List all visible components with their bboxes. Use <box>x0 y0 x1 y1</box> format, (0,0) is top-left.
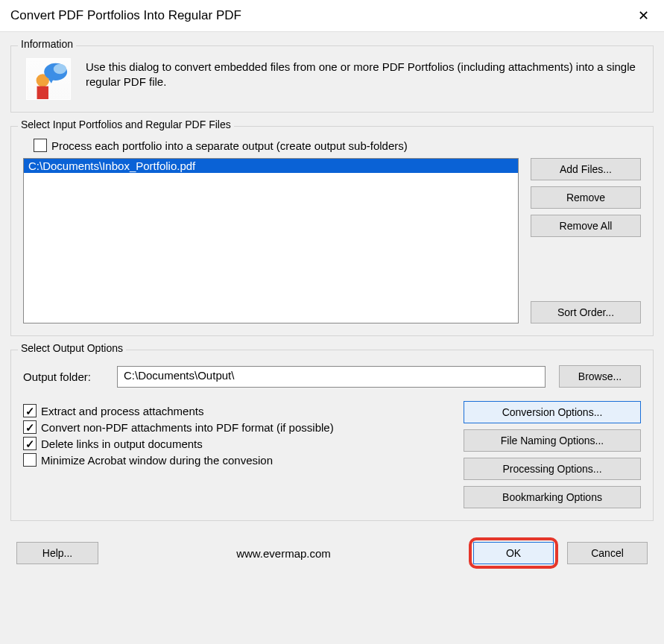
information-group: Information Use this dialog to convert e… <box>10 45 654 113</box>
input-legend: Select Input Portfolios and Regular PDF … <box>18 119 234 130</box>
cancel-button[interactable]: Cancel <box>567 542 648 564</box>
info-icon <box>26 58 71 100</box>
extract-attachments-row[interactable]: Extract and process attachments <box>23 404 446 417</box>
svg-point-3 <box>54 64 66 75</box>
file-naming-options-button[interactable]: File Naming Options... <box>464 429 641 452</box>
close-icon[interactable]: ✕ <box>633 6 654 25</box>
content: Information Use this dialog to convert e… <box>0 31 664 644</box>
process-separate-label: Process each portfolio into a separate o… <box>51 139 408 152</box>
output-options-group: Select Output Options Output folder: C:\… <box>10 350 654 521</box>
minimize-acrobat-checkbox[interactable] <box>23 453 37 467</box>
bookmarking-options-button[interactable]: Bookmarking Options <box>464 486 641 508</box>
convert-nonpdf-label: Convert non-PDF attachments into PDF for… <box>41 421 334 434</box>
browse-button[interactable]: Browse... <box>559 365 641 388</box>
information-legend: Information <box>18 38 76 50</box>
process-separate-checkbox[interactable] <box>34 139 47 152</box>
titlebar: Convert PDF Portfolios Into Regular PDF … <box>0 0 664 31</box>
processing-options-button[interactable]: Processing Options... <box>464 458 641 480</box>
add-files-button[interactable]: Add Files... <box>531 158 641 180</box>
ok-button[interactable]: OK <box>473 542 554 564</box>
delete-links-label: Delete links in output documents <box>41 438 203 450</box>
sort-order-button[interactable]: Sort Order... <box>531 301 641 323</box>
svg-rect-1 <box>37 86 48 99</box>
conversion-options-button[interactable]: Conversion Options... <box>464 401 641 423</box>
convert-nonpdf-checkbox[interactable] <box>23 420 37 434</box>
extract-attachments-checkbox[interactable] <box>23 404 37 417</box>
list-item[interactable]: C:\Documents\Inbox_Portfolio.pdf <box>24 159 518 173</box>
help-button[interactable]: Help... <box>16 542 98 564</box>
output-folder-input[interactable]: C:\Documents\Output\ <box>117 366 546 388</box>
window-title: Convert PDF Portfolios Into Regular PDF <box>10 8 241 23</box>
remove-button[interactable]: Remove <box>531 186 641 209</box>
extract-attachments-label: Extract and process attachments <box>41 405 203 417</box>
footer-url: www.evermap.com <box>107 547 460 560</box>
bottom-bar: Help... www.evermap.com OK Cancel <box>4 527 660 569</box>
file-list[interactable]: C:\Documents\Inbox_Portfolio.pdf <box>23 158 519 323</box>
delete-links-row[interactable]: Delete links in output documents <box>23 437 446 450</box>
convert-nonpdf-row[interactable]: Convert non-PDF attachments into PDF for… <box>23 420 446 434</box>
output-folder-label: Output folder: <box>23 370 104 383</box>
minimize-acrobat-row[interactable]: Minimize Acrobat window during the conve… <box>23 453 446 467</box>
delete-links-checkbox[interactable] <box>23 437 37 450</box>
output-legend: Select Output Options <box>18 342 126 354</box>
information-text: Use this dialog to convert embedded file… <box>86 58 638 90</box>
input-portfolios-group: Select Input Portfolios and Regular PDF … <box>10 126 654 336</box>
remove-all-button[interactable]: Remove All <box>531 215 641 237</box>
ok-highlight: OK <box>469 537 558 569</box>
process-separate-row[interactable]: Process each portfolio into a separate o… <box>34 139 641 152</box>
minimize-acrobat-label: Minimize Acrobat window during the conve… <box>41 454 273 467</box>
